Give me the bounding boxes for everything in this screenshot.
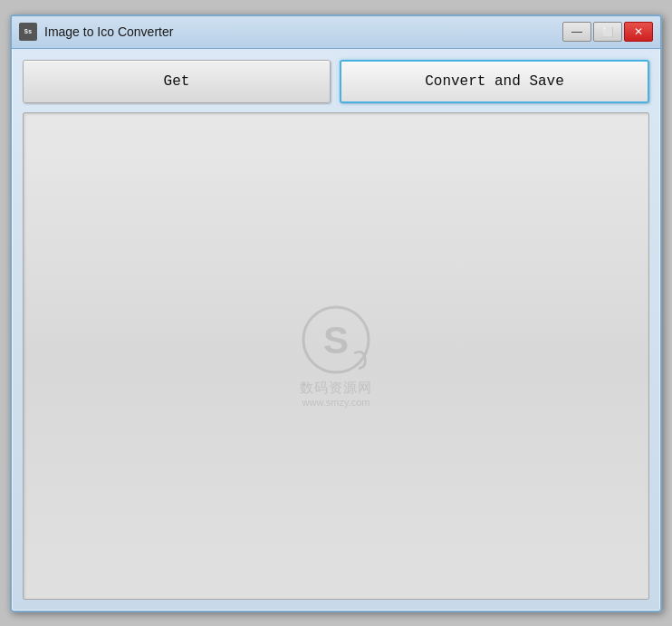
window-controls: — ⬜ ✕ bbox=[562, 22, 653, 42]
close-button[interactable]: ✕ bbox=[624, 22, 653, 42]
watermark-site-url: www.smzy.com bbox=[302, 397, 370, 408]
watermark-logo-svg: S bbox=[300, 303, 372, 376]
get-button[interactable]: Get bbox=[23, 60, 331, 103]
title-bar: Ss Image to Ico Converter — ⬜ ✕ bbox=[12, 16, 660, 49]
window-body: Get Convert and Save S 数码资源网 www.smzy.co… bbox=[12, 49, 660, 611]
watermark-site-name: 数码资源网 bbox=[300, 380, 372, 397]
preview-area: S 数码资源网 www.smzy.com bbox=[23, 112, 649, 600]
watermark: S 数码资源网 www.smzy.com bbox=[300, 303, 372, 408]
convert-save-button[interactable]: Convert and Save bbox=[340, 60, 649, 103]
restore-button[interactable]: ⬜ bbox=[593, 22, 622, 42]
window-title: Image to Ico Converter bbox=[44, 24, 562, 39]
svg-text:S: S bbox=[323, 319, 349, 361]
app-icon: Ss bbox=[19, 23, 37, 41]
svg-point-0 bbox=[303, 307, 369, 372]
main-window: Ss Image to Ico Converter — ⬜ ✕ Get Conv… bbox=[10, 14, 662, 612]
toolbar: Get Convert and Save bbox=[23, 60, 649, 103]
minimize-button[interactable]: — bbox=[562, 22, 591, 42]
